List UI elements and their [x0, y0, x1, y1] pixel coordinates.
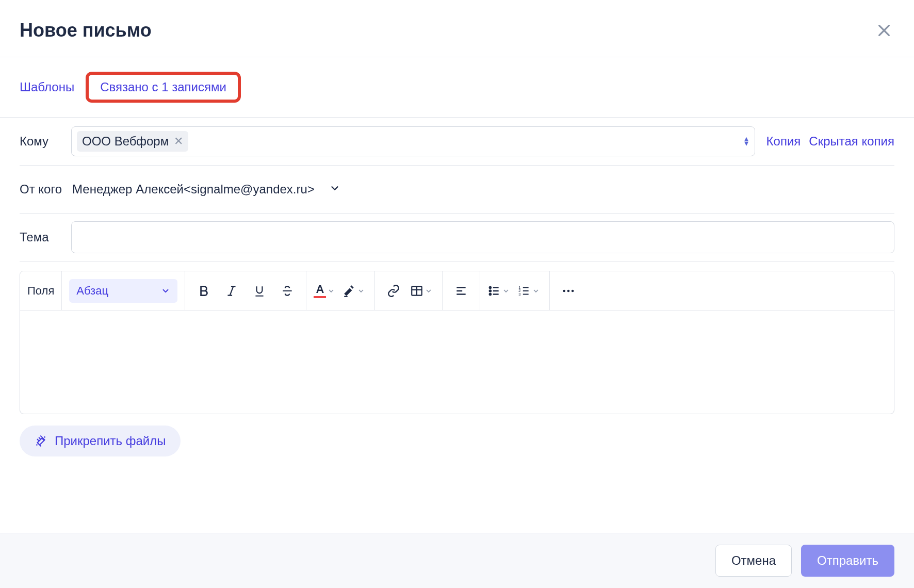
svg-point-27: [567, 289, 570, 292]
underline-icon: [253, 284, 266, 298]
chevron-down-icon: [161, 286, 170, 296]
table-button[interactable]: [410, 280, 435, 302]
editor-body[interactable]: [20, 311, 894, 414]
highlight-color-button[interactable]: [342, 280, 367, 302]
align-button[interactable]: [450, 280, 472, 302]
caret-down-icon: [532, 287, 540, 295]
caret-down-icon: [327, 287, 335, 295]
rich-text-editor: Поля Абзац: [20, 271, 894, 414]
text-color-button[interactable]: A: [314, 280, 337, 302]
from-value: Менеджер Алексей<signalme@yandex.ru>: [72, 182, 315, 197]
bcc-link[interactable]: Скрытая копия: [809, 134, 894, 149]
link-button[interactable]: [382, 280, 405, 302]
chevron-down-icon: [329, 183, 340, 194]
underline-button[interactable]: [248, 280, 271, 302]
dropdown-toggle-icon[interactable]: ▴▾: [744, 137, 748, 146]
svg-point-28: [572, 289, 574, 292]
attach-files-button[interactable]: Прикрепить файлы: [20, 426, 181, 456]
from-dropdown[interactable]: [329, 183, 340, 196]
send-button[interactable]: Отправить: [801, 545, 894, 577]
attach-files-label: Прикрепить файлы: [55, 434, 166, 448]
dialog-footer: Отмена Отправить: [0, 533, 914, 588]
to-label: Кому: [20, 134, 64, 149]
subject-input[interactable]: [71, 221, 894, 253]
text-color-icon: A: [314, 284, 326, 298]
tab-related-highlight: Связано с 1 записями: [86, 72, 241, 103]
numbered-list-icon: 123: [517, 284, 531, 298]
more-icon: [561, 284, 576, 298]
svg-point-30: [44, 436, 45, 438]
recipient-chip[interactable]: ООО Вебформ ✕: [77, 131, 188, 152]
highlight-icon: [342, 284, 356, 298]
svg-rect-7: [345, 296, 348, 297]
bullet-list-icon: [487, 284, 501, 298]
svg-text:3: 3: [518, 291, 520, 296]
caret-down-icon: [357, 287, 365, 295]
bullet-list-button[interactable]: [487, 280, 512, 302]
subject-label: Тема: [20, 230, 64, 244]
divider: [20, 261, 894, 262]
tab-related[interactable]: Связано с 1 записями: [100, 80, 226, 94]
cancel-button[interactable]: Отмена: [715, 545, 792, 577]
paragraph-format-label: Абзац: [76, 284, 108, 298]
caret-down-icon: [425, 287, 433, 295]
strikethrough-button[interactable]: [276, 280, 299, 302]
close-button[interactable]: [874, 20, 894, 41]
paragraph-format-select[interactable]: Абзац: [69, 279, 177, 303]
tab-templates[interactable]: Шаблоны: [20, 80, 74, 94]
bold-button[interactable]: [192, 280, 215, 302]
svg-line-2: [230, 286, 234, 295]
recipient-chip-label: ООО Вебформ: [82, 134, 169, 149]
close-icon: [876, 22, 892, 39]
from-label: От кого: [20, 182, 62, 197]
svg-point-26: [563, 289, 566, 292]
toolbar-fields-button[interactable]: Поля: [27, 284, 54, 298]
chip-remove-icon[interactable]: ✕: [174, 136, 183, 147]
link-icon: [387, 284, 400, 298]
more-button[interactable]: [557, 280, 580, 302]
editor-toolbar: Поля Абзац: [20, 271, 894, 311]
strikethrough-icon: [281, 284, 294, 298]
caret-down-icon: [502, 287, 510, 295]
numbered-list-button[interactable]: 123: [517, 280, 542, 302]
svg-point-16: [489, 293, 491, 295]
table-icon: [410, 284, 423, 298]
italic-icon: [225, 284, 238, 298]
svg-point-29: [36, 444, 38, 446]
cc-link[interactable]: Копия: [766, 134, 801, 149]
svg-point-15: [489, 290, 491, 291]
italic-button[interactable]: [220, 280, 243, 302]
attach-icon: [34, 434, 47, 448]
svg-point-14: [489, 286, 491, 288]
bold-icon: [197, 284, 210, 298]
align-left-icon: [454, 284, 468, 298]
modal-title: Новое письмо: [20, 20, 152, 41]
to-input[interactable]: ООО Вебформ ✕ ▴▾: [71, 126, 755, 156]
